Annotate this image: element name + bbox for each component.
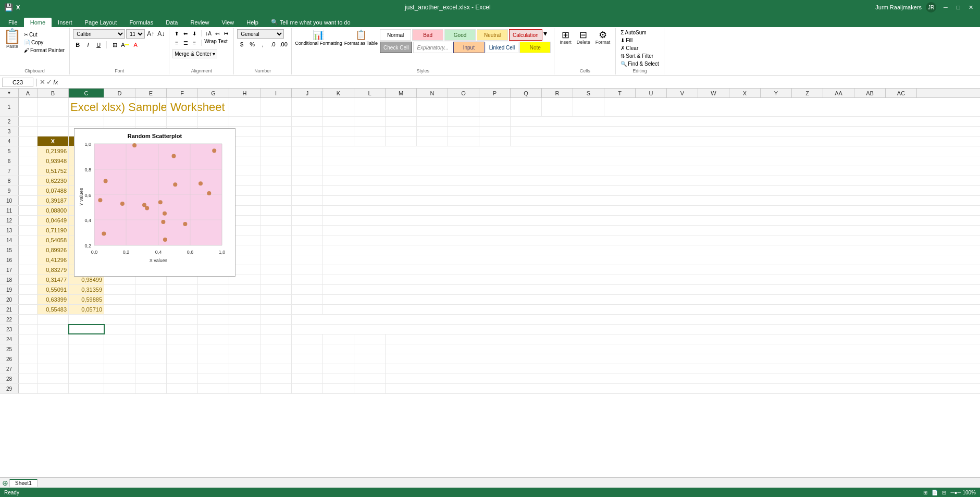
align-left-button[interactable]: ≡ — [172, 39, 181, 47]
style-neutral[interactable]: Neutral — [477, 29, 508, 41]
cell-a8[interactable] — [19, 176, 38, 185]
cell-i12[interactable] — [260, 216, 292, 225]
cell-f21[interactable] — [167, 305, 198, 314]
cell-e24[interactable] — [135, 334, 167, 344]
cell-b6[interactable]: 0,93948 — [38, 156, 69, 166]
col-header-c[interactable]: C — [69, 89, 104, 97]
cell-a21[interactable] — [19, 305, 38, 314]
col-header-o[interactable]: O — [448, 89, 479, 97]
cell-o4[interactable] — [448, 136, 479, 146]
cell-l24[interactable] — [354, 334, 386, 344]
cell-f1[interactable] — [167, 98, 198, 116]
cell-o3[interactable] — [448, 127, 479, 136]
cell-a26[interactable] — [19, 354, 38, 364]
cell-d2[interactable] — [104, 117, 135, 126]
underline-button[interactable]: U — [94, 40, 103, 49]
cell-f24[interactable] — [167, 334, 198, 344]
sheet-tab-sheet1[interactable]: Sheet1 — [9, 479, 38, 487]
style-check-cell[interactable]: Check Cell — [380, 42, 412, 53]
cell-e1[interactable] — [135, 98, 167, 116]
percent-button[interactable]: % — [247, 40, 257, 49]
cell-h27[interactable] — [229, 364, 260, 374]
comma-button[interactable]: , — [258, 40, 267, 49]
cell-i11[interactable] — [260, 206, 292, 215]
cell-b13[interactable]: 0,71190 — [38, 226, 69, 235]
cell-g27[interactable] — [198, 364, 229, 374]
cell-b14[interactable]: 0,54058 — [38, 235, 69, 245]
cell-b25[interactable] — [38, 344, 69, 354]
cell-b9[interactable]: 0,07488 — [38, 186, 69, 195]
cut-button[interactable]: ✂Cut — [22, 31, 66, 38]
cell-l29[interactable] — [354, 384, 386, 393]
col-header-p[interactable]: P — [479, 89, 511, 97]
cell-i9[interactable] — [260, 186, 292, 195]
cell-a16[interactable] — [19, 255, 38, 265]
cell-e25[interactable] — [135, 344, 167, 354]
cell-i29[interactable] — [260, 384, 292, 393]
col-header-s[interactable]: S — [573, 89, 604, 97]
tab-file[interactable]: File — [2, 18, 24, 27]
cell-j3[interactable] — [292, 127, 323, 136]
cell-f2[interactable] — [167, 117, 198, 126]
cell-g24[interactable] — [198, 334, 229, 344]
cell-k28[interactable] — [323, 374, 354, 383]
cancel-formula-icon[interactable]: ✕ — [40, 78, 45, 86]
confirm-formula-icon[interactable]: ✓ — [46, 78, 52, 86]
cell-b19[interactable]: 0,55091 — [38, 285, 69, 294]
cell-a3[interactable] — [19, 127, 38, 136]
cell-g23[interactable] — [198, 325, 229, 334]
cell-b23[interactable] — [38, 325, 69, 334]
cell-p3[interactable] — [479, 127, 511, 136]
cell-i20[interactable] — [260, 295, 292, 304]
cell-f23[interactable] — [167, 325, 198, 334]
cell-n2[interactable] — [417, 117, 448, 126]
cell-h25[interactable] — [229, 344, 260, 354]
cell-e26[interactable] — [135, 354, 167, 364]
cell-g29[interactable] — [198, 384, 229, 393]
cell-h20[interactable] — [229, 295, 260, 304]
cell-a20[interactable] — [19, 295, 38, 304]
col-header-x[interactable]: X — [729, 89, 761, 97]
col-header-f[interactable]: F — [167, 89, 198, 97]
style-input[interactable]: Input — [453, 42, 485, 53]
cell-j5[interactable] — [292, 146, 323, 156]
italic-button[interactable]: I — [83, 40, 93, 49]
restore-button[interactable]: □ — [953, 2, 963, 13]
cell-e23[interactable] — [135, 325, 167, 334]
cell-b11[interactable]: 0,08800 — [38, 206, 69, 215]
cell-a11[interactable] — [19, 206, 38, 215]
cell-l4[interactable] — [354, 136, 386, 146]
cell-d23[interactable] — [104, 325, 135, 334]
cell-a25[interactable] — [19, 344, 38, 354]
conditional-formatting-button[interactable]: 📊 Conditional Formatting — [295, 29, 342, 46]
font-name-select[interactable]: Calibri — [73, 29, 125, 39]
cell-l27[interactable] — [354, 364, 386, 374]
cell-i16[interactable] — [260, 255, 292, 265]
cell-f28[interactable] — [167, 374, 198, 383]
col-header-v[interactable]: V — [667, 89, 698, 97]
cell-i26[interactable] — [260, 354, 292, 364]
col-header-aa[interactable]: AA — [823, 89, 854, 97]
col-header-w[interactable]: W — [698, 89, 729, 97]
cell-a7[interactable] — [19, 166, 38, 176]
cell-j14[interactable] — [292, 235, 323, 245]
cell-b16[interactable]: 0,41296 — [38, 255, 69, 265]
cell-b12[interactable]: 0,04649 — [38, 216, 69, 225]
cell-h22[interactable] — [229, 315, 260, 324]
cell-k4[interactable] — [323, 136, 354, 146]
cell-q1[interactable] — [511, 98, 542, 116]
cell-i25[interactable] — [260, 344, 292, 354]
cell-i22[interactable] — [260, 315, 292, 324]
cell-e19[interactable] — [135, 285, 167, 294]
cell-g28[interactable] — [198, 374, 229, 383]
cell-n3[interactable] — [417, 127, 448, 136]
cell-e28[interactable] — [135, 374, 167, 383]
col-header-e[interactable]: E — [135, 89, 167, 97]
cell-l25[interactable] — [354, 344, 386, 354]
cell-c21[interactable]: 0,05710 — [69, 305, 104, 314]
cell-a13[interactable] — [19, 226, 38, 235]
cell-j6[interactable] — [292, 156, 323, 166]
cell-h28[interactable] — [229, 374, 260, 383]
cell-j16[interactable] — [292, 255, 323, 265]
col-header-b[interactable]: B — [38, 89, 69, 97]
